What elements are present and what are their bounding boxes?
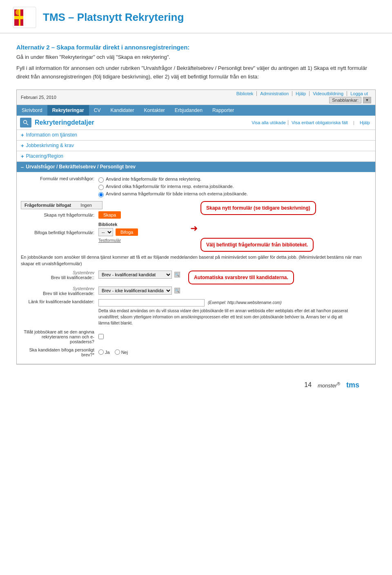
select-bifoga-row: -- Bifoga [98,228,138,236]
navbar-rekryteringar[interactable]: Rekryteringar [47,105,89,116]
radio-input-1[interactable] [98,177,104,183]
callout-automatisk: Automatiska svarsbrev till kandidaterna. [188,271,294,284]
navbar-cv[interactable]: CV [89,105,106,116]
link-area: (Exempel: http://www.websitename.com) De… [98,299,352,326]
link-hjalp[interactable]: Hjälp [358,120,372,125]
page-title: TMS – Platsnytt Rekrytering [43,11,184,24]
bifoga-row: Bifoga befintligt frågeformulär: Bibliot… [21,222,192,243]
skane-logo [12,6,37,29]
brev-kval-search-icon[interactable]: 🔍 [174,272,180,277]
info-text: En jobbsökande som ansöker till denna tj… [21,254,371,267]
accordion-urval: – Urvalsfrågor / Bekräftelsebrev / Perso… [17,162,375,364]
navbar-kandidater[interactable]: Kandidater [105,105,139,116]
collapse-icon-urval: – [21,164,24,170]
nav-videoutbildning[interactable]: Videoutbildning [310,91,347,96]
bibliotek-sublabel: Bibliotek [98,222,138,227]
ska-options: Ja Nej [98,349,128,355]
callout-skapa: Skapa nytt formulär (se tidigare beskriv… [200,201,316,215]
bifoga-select[interactable]: -- [98,228,113,236]
bifoga-label: Bifoga befintligt frågeformulär: [21,230,98,235]
tillat-checkbox[interactable] [98,334,104,339]
ska-ja-option: Ja [98,349,110,355]
link-input-row: (Exempel: http://www.websitename.com) [98,299,352,307]
body-text: Fyll i all information för annonsen och … [16,64,376,81]
brev-kval-controls: Brev - kvalificerad kandidat 🔍 [98,271,180,279]
svg-point-7 [24,120,27,123]
brev-icke-search-icon[interactable]: 🔍 [174,288,180,293]
link-input[interactable] [98,299,205,307]
nav-administration[interactable]: Administration [257,91,292,96]
ska-nej-radio[interactable] [115,349,120,355]
form-rows-left: Frågeformulär bifogat Ingen Skapa nytt f… [21,201,371,252]
ska-nej-option: Nej [115,349,128,355]
main-content: Alternativ 2 – Skapa formulär direkt i a… [0,34,392,408]
search-icon-box[interactable] [20,118,31,128]
accordion-label-urval: Urvalsfrågor / Bekräftelsebrev / Personl… [26,164,136,170]
testformular-link[interactable]: Testformulär [98,238,121,243]
snabblankar-dropdown[interactable]: ▼ [363,97,371,103]
search-bar: Rekryteringdetaljer Visa alla utökade Vi… [17,116,375,130]
brev-icke-main-label: Brev till icke kvalificerade: [43,291,94,296]
navbar-erbjudanden[interactable]: Erbjudanden [170,105,207,116]
navbar-kontakter[interactable]: Kontakter [139,105,169,116]
accordion-header-jobb[interactable]: + Jobbeskrivning & krav [17,141,375,151]
brev-icke-label: Systembrev Brev till icke kvalificerade: [21,286,98,296]
ska-label: Ska kandidaten bifoga personligt brev?* [21,347,98,357]
link-visa-obligatoriska[interactable]: Visa enbart obligatoriska fält [290,120,350,125]
bifogat-value: Ingen [80,203,92,208]
navbar-skrivbord[interactable]: Skrivbord [17,105,47,116]
tillat-row: Tillåt jobbsökare att se den angivna rek… [21,329,371,344]
section-title: Rekryteringdetaljer [35,119,94,126]
radio-options: Använd inte frågeformulär för denna rekr… [98,175,248,199]
callouts-area: Skapa nytt formulär (se tidigare beskriv… [192,201,371,252]
ska-nej-label: Nej [121,350,128,355]
accordion-header-information[interactable]: + Information om tjänsten [17,130,375,140]
brev-icke-select[interactable]: Brev - icke kvalificerad kandidat [98,286,172,295]
nav-hjalp[interactable]: Hjälp [292,91,310,96]
radio-option-2: Använd olika frågeformulär för interna r… [98,184,248,190]
accordion-label-information: Information om tjänsten [26,132,77,138]
arrow-skapa: ➜ [190,223,371,234]
accordion-header-urval[interactable]: – Urvalsfrågor / Bekräftelsebrev / Perso… [17,162,375,172]
ska-ja-radio[interactable] [98,349,104,355]
radio-label-3: Använd samma frågeformulär för både inte… [106,191,248,196]
form-overlay-container: Frågeformulär bifogat Ingen Skapa nytt f… [21,201,371,357]
bifoga-button[interactable]: Bifoga [116,228,138,236]
nav-bibliotek[interactable]: Bibliotek [233,91,257,96]
link-visa-alle[interactable]: Visa alla utökade [249,120,288,125]
intro-line1: Gå in under fliken "Rekryteringar" och v… [16,54,376,60]
bifogat-box: Frågeformulär bifogat Ingen [21,201,102,209]
radio-input-3[interactable] [98,192,104,197]
radio-group: Formulär med urvalsfrågor: Använd inte f… [21,175,371,199]
tms-logo: tms [346,381,359,389]
ska-row: Ska kandidaten bifoga personligt brev?* … [21,347,371,357]
skapa-label: Skapa nytt frågeformulär: [21,213,98,217]
radio-option-3: Använd samma frågeformulär för både inte… [98,191,248,197]
expand-icon-information: + [21,132,24,138]
link-example: (Exempel: http://www.websitename.com) [208,300,282,305]
svg-point-6 [16,9,20,15]
topnav-links: Bibliotek Administration Hjälp Videoutbi… [233,91,371,96]
svg-line-8 [27,123,28,125]
accordion-label-placering: Placering/Region [26,153,63,159]
form-section: Formulär med urvalsfrågor: Använd inte f… [17,172,375,364]
snabblankar-label: Snabblankar: [329,97,361,103]
accordion-header-placering[interactable]: + Placering/Region [17,151,375,161]
brev-kval-select[interactable]: Brev - kvalificerad kandidat [98,271,172,279]
app-topbar: Februari 25, 2010 Bibliotek Administrati… [17,90,375,105]
app-navbar: Skrivbord Rekryteringar CV Kandidater Ko… [17,105,375,116]
nav-loggaut[interactable]: Logga ut [347,91,371,96]
monster-logo: monster® [318,381,340,389]
skapa-button[interactable]: Skapa [98,211,121,219]
accordion-jobb: + Jobbeskrivning & krav [17,141,375,151]
radio-label-2: Använd olika frågeformulär för interna r… [106,184,234,189]
link-row: Länk för kvalificerade kandidater: (Exem… [21,299,371,326]
radio-input-2[interactable] [98,185,104,190]
bifogat-row: Frågeformulär bifogat Ingen [21,201,192,209]
topbar-wrapper: Bibliotek Administration Hjälp Videoutbi… [233,91,371,103]
expand-icon-jobb: + [21,143,24,149]
navbar-rapporter[interactable]: Rapporter [207,105,239,116]
testformular-row: Testformulär [98,237,138,243]
brev-icke-controls: Brev - icke kvalificerad kandidat 🔍 [98,286,180,295]
page-header: TMS – Platsnytt Rekrytering [0,0,392,34]
